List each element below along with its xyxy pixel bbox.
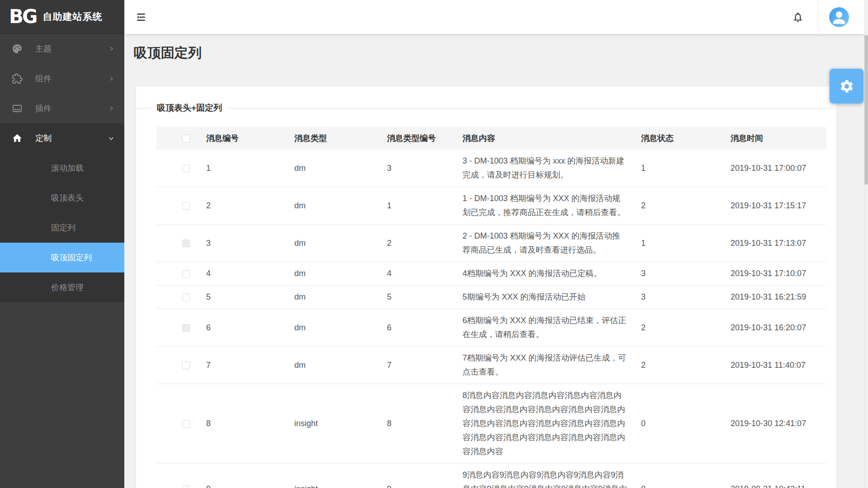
app-title: 自助建站系统: [43, 10, 103, 23]
cell-message-type-no: 3: [387, 150, 462, 187]
row-checkbox[interactable]: [182, 486, 190, 488]
table-row: 3 dm 2 2 - DM-1003 档期编号为 XXX 的海报活动推荐商品已生…: [156, 225, 826, 262]
table-row: 7 dm 7 7档期编号为 XXX 的海报活动评估已生成，可点击查看。 2 20…: [156, 347, 826, 384]
cell-message-type-no: 7: [387, 347, 462, 384]
home-icon: [12, 133, 23, 144]
chevron-down-icon: [108, 135, 114, 141]
row-checkbox[interactable]: [182, 239, 190, 247]
cell-message-status: 2: [641, 347, 731, 384]
sidebar-item-plugins[interactable]: 插件: [0, 94, 124, 123]
sidebar-submenu-item[interactable]: 吸顶表头: [0, 183, 124, 213]
row-checkbox[interactable]: [182, 294, 190, 301]
row-checkbox[interactable]: [182, 202, 190, 210]
cell-message-type-no: 5: [387, 286, 462, 309]
column-header-status: 消息状态: [641, 127, 731, 150]
app-logo-bar[interactable]: BG 自助建站系统: [0, 0, 124, 34]
user-avatar[interactable]: [829, 7, 849, 27]
sidebar-item-custom[interactable]: 定制: [0, 123, 124, 153]
cell-message-type-no: 2: [387, 225, 462, 262]
cell-message-type: dm: [294, 309, 387, 347]
sidebar-submenu-item[interactable]: 滚动加载: [0, 153, 124, 183]
puzzle-icon: [12, 73, 23, 84]
row-checkbox-cell: [156, 384, 206, 464]
fieldset-legend: 吸顶表头+固定列: [151, 102, 227, 114]
table-row: 9 insight 9 9消息内容9消息内容9消息内容9消息内容9消息内容9消息…: [156, 464, 826, 488]
chevron-right-icon: [108, 46, 114, 52]
sidebar: BG 自助建站系统 主题 组件 插件: [0, 0, 124, 488]
sidebar-submenu-label: 滚动加载: [51, 163, 84, 174]
table-row: 5 dm 5 5期编号为 XXX 的海报活动已开始 3 2019-10-31 1…: [156, 286, 826, 309]
cell-message-status: 1: [641, 225, 731, 262]
cell-message-status: 0: [641, 384, 731, 464]
table-header-row: 消息编号 消息类型 消息类型编号 消息内容 消息状态 消息时间: [156, 127, 826, 150]
sidebar-item-label: 定制: [35, 133, 108, 144]
column-header-content: 消息内容: [462, 127, 641, 150]
topbar-divider: [818, 0, 818, 34]
menu-fold-icon: [135, 11, 147, 23]
cell-message-content: 7档期编号为 XXX 的海报活动评估已生成，可点击查看。: [462, 347, 641, 384]
cell-message-type-no: 9: [387, 464, 462, 488]
cell-message-type: dm: [294, 150, 387, 187]
cell-message-content: 3 - DM-1003 档期编号为 xxx 的海报活动新建完成，请及时进行目标规…: [462, 150, 641, 187]
table-row: 2 dm 1 1 - DM-1003 档期编号为 XXX 的海报活动规划已完成，…: [156, 187, 826, 225]
fieldset-border: 吸顶表头+固定列: [136, 108, 836, 108]
chevron-right-icon: [108, 75, 114, 82]
column-header-type-no: 消息类型编号: [387, 127, 462, 150]
column-header-id: 消息编号: [206, 127, 294, 150]
cell-message-id: 9: [206, 464, 294, 488]
table-row: 8 insight 8 8消息内容消息内容消息内容消息内容消息内容消息内容消息内…: [156, 384, 826, 464]
settings-fab[interactable]: [830, 69, 863, 103]
cell-message-time: 2019-10-30 12:41:07: [731, 384, 826, 464]
content-card: 吸顶表头+固定列 消息编号 消息类型 消息类型编号 消息内容 消息状态 消息时间: [136, 86, 837, 488]
cell-message-type: insight: [294, 384, 387, 464]
select-all-checkbox[interactable]: [182, 135, 190, 142]
page-title: 吸顶固定列: [134, 44, 202, 62]
row-checkbox-cell: [156, 187, 206, 225]
cell-message-status: 1: [641, 150, 731, 187]
cell-message-status: 3: [641, 286, 731, 309]
gear-icon: [839, 79, 854, 94]
sidebar-submenu-item[interactable]: 固定列: [0, 213, 124, 243]
page-scrollbar-thumb[interactable]: [864, 35, 868, 184]
table-row: 1 dm 3 3 - DM-1003 档期编号为 xxx 的海报活动新建完成，请…: [156, 150, 826, 187]
sidebar-group-custom: 定制 滚动加载 吸顶表头 固定列 吸顶固定列: [0, 123, 124, 302]
cell-message-status: 2: [641, 309, 731, 347]
cell-message-content: 4档期编号为 XXX 的海报活动已定稿。: [462, 262, 641, 286]
cell-message-type-no: 4: [387, 262, 462, 286]
page-scrollbar-track[interactable]: [864, 0, 868, 488]
sidebar-item-label: 组件: [35, 73, 108, 84]
cell-message-status: 3: [641, 262, 731, 286]
person-icon: [829, 7, 849, 27]
chevron-right-icon: [108, 105, 114, 112]
row-checkbox-cell: [156, 225, 206, 262]
row-checkbox[interactable]: [182, 361, 190, 369]
sidebar-item-components[interactable]: 组件: [0, 64, 124, 94]
row-checkbox[interactable]: [182, 420, 190, 428]
top-bar: [124, 0, 864, 34]
cell-message-content: 5期编号为 XXX 的海报活动已开始: [462, 286, 641, 309]
sidebar-submenu-item[interactable]: 吸顶固定列: [0, 243, 124, 272]
sidebar-item-theme[interactable]: 主题: [0, 34, 124, 64]
cell-message-content: 9消息内容9消息内容9消息内容9消息内容9消息内容9消息内容9消息内容9消息内容…: [462, 464, 641, 488]
cell-message-time: 2019-10-31 17:10:07: [731, 262, 826, 286]
app-logo: BG: [9, 7, 37, 26]
sidebar-submenu-label: 吸顶固定列: [51, 252, 92, 263]
cell-message-id: 2: [206, 187, 294, 225]
row-checkbox[interactable]: [182, 270, 190, 278]
cell-message-content: 8消息内容消息内容消息内容消息内容消息内容消息内容消息内容消息内容消息内容消息内…: [462, 384, 641, 464]
cell-message-type: dm: [294, 187, 387, 225]
menu-fold-button[interactable]: [133, 9, 149, 25]
column-header-type: 消息类型: [294, 127, 387, 150]
row-checkbox-cell: [156, 347, 206, 384]
sidebar-submenu-item[interactable]: 价格管理: [0, 272, 124, 302]
sidebar-item-label: 主题: [35, 43, 108, 54]
sidebar-submenu-label: 价格管理: [51, 282, 84, 293]
sidebar-submenu-label: 固定列: [51, 222, 75, 233]
cell-message-type-no: 1: [387, 187, 462, 225]
notifications-button[interactable]: [789, 8, 807, 26]
row-checkbox[interactable]: [182, 164, 190, 172]
cell-message-content: 6档期编号为 XXX 的海报活动已结束，评估正在生成，请稍后查看。: [462, 309, 641, 347]
sidebar-submenu: 滚动加载 吸顶表头 固定列 吸顶固定列 价格管理: [0, 153, 124, 302]
cell-message-content: 2 - DM-1003 档期编号为 XXX 的海报活动推荐商品已生成，请及时查看…: [462, 225, 641, 262]
row-checkbox[interactable]: [182, 324, 190, 332]
